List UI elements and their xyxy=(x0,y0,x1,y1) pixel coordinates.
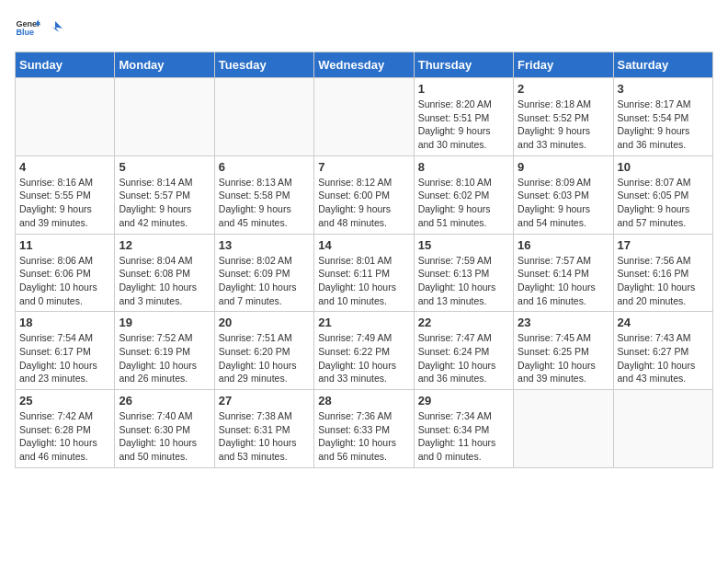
calendar-cell: 13Sunrise: 8:02 AMSunset: 6:09 PMDayligh… xyxy=(214,234,313,312)
calendar-cell: 18Sunrise: 7:54 AMSunset: 6:17 PMDayligh… xyxy=(16,312,115,390)
day-info: Sunrise: 7:36 AMSunset: 6:33 PMDaylight:… xyxy=(318,409,409,464)
day-number: 29 xyxy=(418,394,509,408)
day-number: 20 xyxy=(219,316,310,329)
day-number: 14 xyxy=(318,238,409,252)
calendar-cell: 5Sunrise: 8:14 AMSunset: 5:57 PMDaylight… xyxy=(115,155,214,234)
day-info: Sunrise: 8:12 AMSunset: 6:00 PMDaylight:… xyxy=(318,176,409,230)
calendar-cell xyxy=(214,78,313,156)
day-number: 16 xyxy=(518,238,609,252)
calendar-cell: 21Sunrise: 7:49 AMSunset: 6:22 PMDayligh… xyxy=(314,312,414,390)
week-row-5: 25Sunrise: 7:42 AMSunset: 6:28 PMDayligh… xyxy=(16,390,713,468)
day-info: Sunrise: 7:40 AMSunset: 6:30 PMDaylight:… xyxy=(119,409,210,464)
calendar-cell: 19Sunrise: 7:52 AMSunset: 6:19 PMDayligh… xyxy=(115,312,214,390)
calendar-cell: 7Sunrise: 8:12 AMSunset: 6:00 PMDaylight… xyxy=(314,155,414,234)
day-number: 8 xyxy=(418,160,509,174)
day-info: Sunrise: 8:17 AMSunset: 5:54 PMDaylight:… xyxy=(618,98,709,152)
day-info: Sunrise: 7:56 AMSunset: 6:16 PMDaylight:… xyxy=(618,254,709,308)
day-header-wednesday: Wednesday xyxy=(314,52,414,78)
day-header-monday: Monday xyxy=(115,52,214,78)
calendar-cell: 14Sunrise: 8:01 AMSunset: 6:11 PMDayligh… xyxy=(314,234,414,312)
day-number: 28 xyxy=(318,394,409,408)
header-row: SundayMondayTuesdayWednesdayThursdayFrid… xyxy=(16,52,713,78)
day-number: 18 xyxy=(19,316,110,329)
day-number: 7 xyxy=(318,160,409,174)
calendar-cell: 22Sunrise: 7:47 AMSunset: 6:24 PMDayligh… xyxy=(414,312,513,390)
day-info: Sunrise: 7:49 AMSunset: 6:22 PMDaylight:… xyxy=(318,331,409,385)
calendar-cell: 8Sunrise: 8:10 AMSunset: 6:02 PMDaylight… xyxy=(414,155,513,234)
day-number: 11 xyxy=(19,238,110,252)
calendar-cell xyxy=(613,390,712,468)
day-number: 27 xyxy=(219,394,310,408)
calendar-cell: 16Sunrise: 7:57 AMSunset: 6:14 PMDayligh… xyxy=(514,234,613,312)
week-row-2: 4Sunrise: 8:16 AMSunset: 5:55 PMDaylight… xyxy=(16,155,713,234)
calendar-cell: 17Sunrise: 7:56 AMSunset: 6:16 PMDayligh… xyxy=(613,234,712,312)
calendar-cell: 11Sunrise: 8:06 AMSunset: 6:06 PMDayligh… xyxy=(16,234,115,312)
calendar-cell: 27Sunrise: 7:38 AMSunset: 6:31 PMDayligh… xyxy=(214,390,313,468)
day-info: Sunrise: 8:14 AMSunset: 5:57 PMDaylight:… xyxy=(119,176,210,230)
day-number: 3 xyxy=(618,82,709,96)
day-number: 10 xyxy=(618,160,709,174)
calendar-cell: 3Sunrise: 8:17 AMSunset: 5:54 PMDaylight… xyxy=(613,78,712,156)
day-header-saturday: Saturday xyxy=(613,52,712,78)
day-info: Sunrise: 8:07 AMSunset: 6:05 PMDaylight:… xyxy=(618,176,709,230)
day-header-sunday: Sunday xyxy=(16,52,115,78)
day-number: 17 xyxy=(618,238,709,252)
calendar-cell: 29Sunrise: 7:34 AMSunset: 6:34 PMDayligh… xyxy=(414,390,513,468)
day-info: Sunrise: 7:51 AMSunset: 6:20 PMDaylight:… xyxy=(219,331,310,385)
day-number: 1 xyxy=(418,82,509,96)
day-info: Sunrise: 7:45 AMSunset: 6:25 PMDaylight:… xyxy=(518,331,609,385)
day-info: Sunrise: 8:10 AMSunset: 6:02 PMDaylight:… xyxy=(418,176,509,230)
day-info: Sunrise: 7:34 AMSunset: 6:34 PMDaylight:… xyxy=(418,409,509,464)
day-info: Sunrise: 7:42 AMSunset: 6:28 PMDaylight:… xyxy=(19,409,110,464)
calendar-cell xyxy=(115,78,214,156)
calendar-cell: 25Sunrise: 7:42 AMSunset: 6:28 PMDayligh… xyxy=(16,390,115,468)
logo-icon: General Blue xyxy=(15,15,40,40)
day-info: Sunrise: 8:16 AMSunset: 5:55 PMDaylight:… xyxy=(19,176,110,230)
day-info: Sunrise: 7:52 AMSunset: 6:19 PMDaylight:… xyxy=(119,331,210,385)
calendar-table: SundayMondayTuesdayWednesdayThursdayFrid… xyxy=(15,52,713,468)
day-number: 9 xyxy=(518,160,609,174)
day-number: 4 xyxy=(19,160,110,174)
day-number: 24 xyxy=(618,316,709,329)
calendar-cell: 1Sunrise: 8:20 AMSunset: 5:51 PMDaylight… xyxy=(414,78,513,156)
calendar-cell: 9Sunrise: 8:09 AMSunset: 6:03 PMDaylight… xyxy=(514,155,613,234)
day-number: 12 xyxy=(119,238,210,252)
logo-bird-icon xyxy=(46,19,63,36)
day-number: 23 xyxy=(518,316,609,329)
calendar-cell: 24Sunrise: 7:43 AMSunset: 6:27 PMDayligh… xyxy=(613,312,712,390)
calendar-cell: 23Sunrise: 7:45 AMSunset: 6:25 PMDayligh… xyxy=(514,312,613,390)
week-row-1: 1Sunrise: 8:20 AMSunset: 5:51 PMDaylight… xyxy=(16,78,713,156)
calendar-cell: 12Sunrise: 8:04 AMSunset: 6:08 PMDayligh… xyxy=(115,234,214,312)
day-info: Sunrise: 8:01 AMSunset: 6:11 PMDaylight:… xyxy=(318,254,409,308)
day-info: Sunrise: 8:06 AMSunset: 6:06 PMDaylight:… xyxy=(19,254,110,308)
day-info: Sunrise: 8:18 AMSunset: 5:52 PMDaylight:… xyxy=(518,98,609,152)
day-number: 22 xyxy=(418,316,509,329)
svg-text:Blue: Blue xyxy=(16,28,34,37)
day-info: Sunrise: 7:47 AMSunset: 6:24 PMDaylight:… xyxy=(418,331,509,385)
day-number: 5 xyxy=(119,160,210,174)
day-number: 26 xyxy=(119,394,210,408)
day-info: Sunrise: 7:43 AMSunset: 6:27 PMDaylight:… xyxy=(618,331,709,385)
day-header-friday: Friday xyxy=(514,52,613,78)
day-info: Sunrise: 8:13 AMSunset: 5:58 PMDaylight:… xyxy=(219,176,310,230)
day-header-thursday: Thursday xyxy=(414,52,513,78)
calendar-cell: 2Sunrise: 8:18 AMSunset: 5:52 PMDaylight… xyxy=(514,78,613,156)
day-info: Sunrise: 8:20 AMSunset: 5:51 PMDaylight:… xyxy=(418,98,509,152)
day-number: 21 xyxy=(318,316,409,329)
day-info: Sunrise: 7:59 AMSunset: 6:13 PMDaylight:… xyxy=(418,254,509,308)
day-info: Sunrise: 7:54 AMSunset: 6:17 PMDaylight:… xyxy=(19,331,110,385)
calendar-cell: 15Sunrise: 7:59 AMSunset: 6:13 PMDayligh… xyxy=(414,234,513,312)
week-row-4: 18Sunrise: 7:54 AMSunset: 6:17 PMDayligh… xyxy=(16,312,713,390)
day-number: 25 xyxy=(19,394,110,408)
day-number: 6 xyxy=(219,160,310,174)
calendar-cell: 4Sunrise: 8:16 AMSunset: 5:55 PMDaylight… xyxy=(16,155,115,234)
calendar-cell: 20Sunrise: 7:51 AMSunset: 6:20 PMDayligh… xyxy=(214,312,313,390)
day-info: Sunrise: 7:57 AMSunset: 6:14 PMDaylight:… xyxy=(518,254,609,308)
header: General Blue xyxy=(15,15,713,40)
day-info: Sunrise: 8:09 AMSunset: 6:03 PMDaylight:… xyxy=(518,176,609,230)
calendar-cell: 6Sunrise: 8:13 AMSunset: 5:58 PMDaylight… xyxy=(214,155,313,234)
day-info: Sunrise: 8:04 AMSunset: 6:08 PMDaylight:… xyxy=(119,254,210,308)
day-number: 19 xyxy=(119,316,210,329)
svg-marker-3 xyxy=(51,21,63,32)
calendar-cell: 26Sunrise: 7:40 AMSunset: 6:30 PMDayligh… xyxy=(115,390,214,468)
